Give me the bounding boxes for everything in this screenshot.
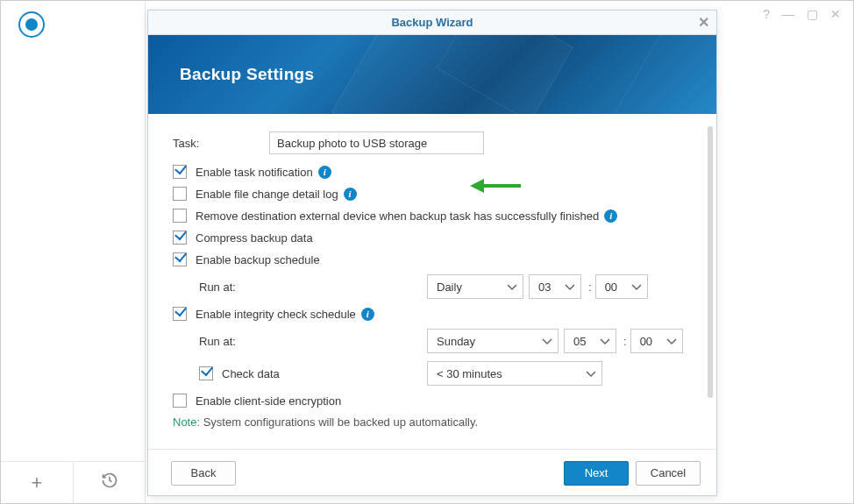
note-label: Note:	[173, 415, 200, 429]
dialog-titlebar: Backup Wizard ✕	[148, 11, 716, 35]
task-label: Task:	[173, 137, 269, 150]
back-button[interactable]: Back	[171, 461, 236, 486]
minimize-icon[interactable]: —	[782, 7, 794, 21]
history-button[interactable]	[74, 462, 146, 503]
app-logo-icon[interactable]	[18, 11, 45, 38]
label-compress: Compress backup data	[196, 231, 313, 245]
dialog-close-button[interactable]: ✕	[698, 11, 709, 35]
checkbox-notification[interactable]	[173, 165, 187, 179]
help-icon[interactable]: ?	[763, 7, 770, 21]
select-minute-value: 00	[605, 280, 617, 294]
left-sidebar: +	[1, 1, 146, 503]
maximize-icon[interactable]: ▢	[807, 7, 818, 21]
select-integrity-day-value: Sunday	[437, 335, 475, 348]
outer-window-controls: ? — ▢ ✕	[751, 1, 853, 27]
dialog-banner: Backup Settings	[148, 35, 716, 114]
select-integrity-hour[interactable]: 05	[564, 329, 616, 353]
select-integrity-minute-value: 00	[640, 335, 652, 348]
checkbox-remove-device[interactable]	[173, 209, 187, 223]
next-button[interactable]: Next	[564, 461, 629, 486]
chevron-down-icon	[507, 280, 517, 294]
dialog-footer: Back Next Cancel	[148, 449, 716, 496]
label-encryption: Enable client-side encryption	[196, 394, 341, 408]
info-icon[interactable]: i	[604, 209, 617, 223]
history-icon	[101, 472, 118, 494]
close-icon[interactable]: ✕	[830, 7, 841, 21]
info-icon[interactable]: i	[344, 188, 357, 201]
checkbox-checkdata[interactable]	[199, 366, 213, 380]
chevron-down-icon	[666, 335, 677, 348]
chevron-down-icon	[542, 335, 552, 348]
select-minute[interactable]: 00	[595, 274, 648, 299]
scrollbar[interactable]	[708, 126, 713, 398]
note-text: System configurations will be backed up …	[200, 415, 478, 429]
info-icon[interactable]: i	[361, 308, 374, 321]
chevron-down-icon	[631, 280, 642, 294]
select-check-duration-value: < 30 minutes	[437, 367, 502, 380]
add-button[interactable]: +	[1, 462, 74, 503]
checkbox-encryption[interactable]	[173, 394, 187, 408]
time-colon: :	[623, 335, 627, 348]
select-integrity-hour-value: 05	[573, 335, 586, 348]
note-row: Note: System configurations will be back…	[173, 415, 692, 429]
checkbox-compress[interactable]	[173, 231, 187, 245]
label-integrity: Enable integrity check schedule	[196, 308, 356, 321]
time-colon: :	[588, 280, 592, 294]
cancel-button[interactable]: Cancel	[636, 461, 701, 486]
select-hour[interactable]: 03	[529, 274, 581, 299]
label-integrity-runat: Run at:	[199, 335, 427, 348]
task-input[interactable]	[269, 131, 484, 154]
backup-wizard-dialog: Backup Wizard ✕ Backup Settings Task: En…	[147, 10, 717, 496]
checkbox-integrity[interactable]	[173, 307, 187, 321]
label-checkdata: Check data	[222, 367, 427, 380]
label-remove-device: Remove destination external device when …	[196, 209, 599, 223]
chevron-down-icon	[586, 367, 596, 380]
chevron-down-icon	[565, 280, 575, 294]
checkbox-filelog[interactable]	[173, 187, 187, 201]
label-runat: Run at:	[199, 280, 427, 294]
sidebar-bottom-toolbar: +	[1, 461, 146, 503]
select-hour-value: 03	[538, 280, 551, 294]
select-frequency-value: Daily	[437, 280, 462, 294]
checkbox-schedule[interactable]	[173, 252, 187, 266]
select-frequency[interactable]: Daily	[427, 274, 523, 299]
info-icon[interactable]: i	[318, 166, 331, 179]
dialog-title: Backup Wizard	[391, 16, 473, 29]
select-integrity-minute[interactable]: 00	[630, 329, 683, 353]
label-schedule: Enable backup schedule	[196, 253, 320, 266]
select-check-duration[interactable]: < 30 minutes	[427, 361, 602, 386]
plus-icon: +	[32, 472, 43, 494]
banner-heading: Backup Settings	[180, 65, 314, 84]
label-notification: Enable task notification	[196, 166, 313, 179]
select-integrity-day[interactable]: Sunday	[427, 329, 559, 353]
chevron-down-icon	[600, 335, 610, 348]
label-filelog: Enable file change detail log	[196, 188, 338, 201]
app-window: ? — ▢ ✕ + Backup Wizard ✕ Backup Setting…	[0, 0, 854, 504]
dialog-content: Task: Enable task notification i Enable …	[148, 114, 716, 449]
